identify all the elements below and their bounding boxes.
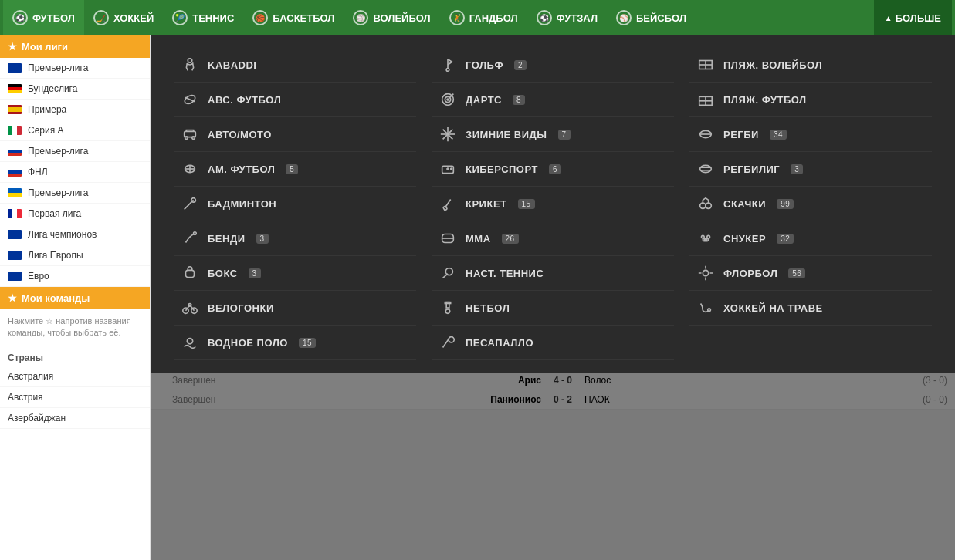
dropdown-rugby-league[interactable]: РЕГБИЛИГ 3	[689, 152, 932, 187]
aus-football-icon	[180, 89, 200, 110]
flag-eu-2	[8, 251, 22, 260]
baseball-icon: ⚾	[616, 10, 632, 25]
country-2: Азербайджан	[8, 413, 142, 423]
country-1: Австрия	[8, 392, 142, 403]
flag-uk	[8, 63, 22, 73]
svg-point-59	[703, 270, 708, 275]
mma-icon	[438, 228, 458, 248]
svg-rect-31	[443, 206, 447, 211]
basketball-icon: 🏀	[252, 10, 268, 25]
nav-baseball-label: БЕЙСБОЛ	[636, 12, 686, 24]
flag-es	[8, 105, 22, 114]
sidebar-item-bundesliga[interactable]: Бундеслига	[0, 79, 150, 100]
waterpolo-badge: 15	[299, 338, 316, 348]
dropdown-boxing[interactable]: БОКС 3	[174, 256, 416, 291]
nav-futsal[interactable]: ⚽ ФУТЗАЛ	[527, 0, 607, 35]
nav-tennis[interactable]: 🎾 ТЕННИС	[163, 0, 243, 35]
dropdown-beach-volleyball[interactable]: ПЛЯЖ. ВОЛЕЙБОЛ	[689, 48, 932, 83]
dropdown-waterpolo[interactable]: ВОДНОЕ ПОЛО 15	[174, 326, 416, 360]
hockey-icon: 🏒	[93, 10, 109, 25]
dropdown-menu: KABADDI АВС. ФУТБОЛ АВТО/МОТО	[151, 35, 955, 373]
volleyball-icon: 🏐	[353, 10, 368, 25]
nav-basketball[interactable]: 🏀 БАСКЕТБОЛ	[243, 0, 344, 35]
sidebar-item-premier-league-ru[interactable]: Премьер-лига	[0, 141, 150, 162]
dropdown-darts[interactable]: ДАРТС 8	[432, 83, 674, 117]
sidebar-item-champions-league[interactable]: Лига чемпионов	[0, 224, 150, 245]
sidebar-country-australia[interactable]: Австралия	[0, 366, 150, 387]
nav-volleyball[interactable]: 🏐 ВОЛЕЙБОЛ	[344, 0, 439, 35]
svg-point-11	[194, 232, 197, 235]
sidebar-country-azerbaijan[interactable]: Азербайджан	[0, 408, 150, 429]
am-football-label: АМ. ФУТБОЛ	[208, 164, 275, 175]
nav-handball[interactable]: 🤾 ГАНДБОЛ	[440, 0, 527, 35]
beach-football-icon	[696, 89, 716, 110]
tabletennis-label: НАСТ. ТЕННИС	[466, 268, 544, 279]
league-name-3: Серия А	[28, 125, 142, 136]
dropdown-rugby[interactable]: РЕГБИ 34	[689, 117, 932, 152]
league-name-0: Премьер-лига	[28, 62, 142, 73]
svg-point-49	[700, 165, 712, 172]
flag-fr	[8, 209, 22, 218]
my-teams-note: Нажмите ☆ напротив названия команды, что…	[0, 309, 150, 346]
nav-football[interactable]: ⚽ ФУТБОЛ	[3, 0, 84, 35]
league-name-2: Примера	[28, 104, 142, 115]
my-leagues-title: Мои лиги	[22, 41, 68, 52]
dropdown-badminton[interactable]: БАДМИНТОН	[174, 187, 416, 221]
dropdown-golf[interactable]: ГОЛЬФ 2	[432, 48, 674, 83]
dropdown-col-2: ГОЛЬФ 2 ДАРТС 8 ЗИМНИЕ ВИД	[424, 48, 682, 360]
mma-badge: 26	[502, 234, 519, 244]
league-name-4: Премьер-лига	[28, 146, 142, 157]
badminton-label: БАДМИНТОН	[208, 198, 276, 210]
nav-basketball-label: БАСКЕТБОЛ	[273, 12, 334, 24]
cricket-icon	[438, 194, 458, 214]
dropdown-moto[interactable]: АВТО/МОТО	[174, 117, 416, 152]
dropdown-cybersport[interactable]: КИБЕРСПОРТ 6	[432, 152, 674, 187]
my-teams-header: ★ Мои команды	[0, 287, 150, 309]
rugby-league-icon	[696, 159, 716, 179]
dropdown-aus-football[interactable]: АВС. ФУТБОЛ	[174, 83, 416, 117]
dropdown-netball[interactable]: НЕТБОЛ	[432, 291, 674, 326]
badminton-icon	[180, 194, 200, 214]
dropdown-winter[interactable]: ЗИМНИЕ ВИДЫ 7	[432, 117, 674, 152]
darts-badge: 8	[513, 95, 525, 105]
flag-ru	[8, 147, 22, 156]
dropdown-kabaddi[interactable]: KABADDI	[174, 48, 416, 83]
am-football-icon	[180, 159, 200, 179]
sidebar-item-serie-a[interactable]: Серия А	[0, 120, 150, 141]
sidebar-item-europa-league[interactable]: Лига Европы	[0, 245, 150, 266]
flag-eu-3	[8, 272, 22, 281]
sidebar-item-premier-league-ua[interactable]: Премьер-лига	[0, 183, 150, 204]
dropdown-field-hockey[interactable]: ХОККЕЙ НА ТРАВЕ	[689, 291, 932, 326]
my-teams-title: Мои команды	[22, 292, 90, 304]
dropdown-beach-football[interactable]: ПЛЯЖ. ФУТБОЛ	[689, 83, 932, 117]
cricket-badge: 15	[518, 199, 535, 209]
dropdown-pesapallo[interactable]: ПЕСАПАЛЛО	[432, 326, 674, 360]
netball-label: НЕТБОЛ	[466, 302, 510, 314]
beach-football-label: ПЛЯЖ. ФУТБОЛ	[723, 94, 807, 106]
nav-baseball[interactable]: ⚾ БЕЙСБОЛ	[607, 0, 696, 35]
boxing-label: БОКС	[208, 268, 238, 279]
dropdown-cycling[interactable]: ВЕЛОГОНКИ	[174, 291, 416, 326]
sidebar-item-euro[interactable]: Евро	[0, 266, 150, 287]
nav-hockey[interactable]: 🏒 ХОККЕЙ	[84, 0, 163, 35]
nav-more[interactable]: ▲ БОЛЬШЕ	[874, 0, 952, 35]
golf-icon	[438, 55, 458, 75]
league-name-5: ФНЛ	[28, 167, 142, 177]
dropdown-tabletennis[interactable]: НАСТ. ТЕННИС	[432, 256, 674, 291]
svg-line-35	[443, 274, 448, 278]
sidebar-item-primera[interactable]: Примера	[0, 100, 150, 120]
dropdown-floorball[interactable]: ФЛОРБОЛ 56	[689, 256, 932, 291]
dropdown-cricket[interactable]: КРИКЕТ 15	[432, 187, 674, 221]
sidebar-item-fnl[interactable]: ФНЛ	[0, 162, 150, 183]
svg-point-53	[706, 203, 711, 208]
dropdown-bendy[interactable]: БЕНДИ 3	[174, 221, 416, 256]
more-arrow-icon: ▲	[885, 14, 892, 22]
sidebar-item-premier-league-uk[interactable]: Премьер-лига	[0, 58, 150, 79]
sidebar-item-ligue1[interactable]: Первая лига	[0, 204, 150, 224]
sidebar-country-austria[interactable]: Австрия	[0, 387, 150, 408]
dropdown-mma[interactable]: ММА 26	[432, 221, 674, 256]
dropdown-snooker[interactable]: СНУКЕР 32	[689, 221, 932, 256]
dropdown-racing[interactable]: СКАЧКИ 99	[689, 187, 932, 221]
svg-point-52	[700, 203, 706, 208]
dropdown-am-football[interactable]: АМ. ФУТБОЛ 5	[174, 152, 416, 187]
